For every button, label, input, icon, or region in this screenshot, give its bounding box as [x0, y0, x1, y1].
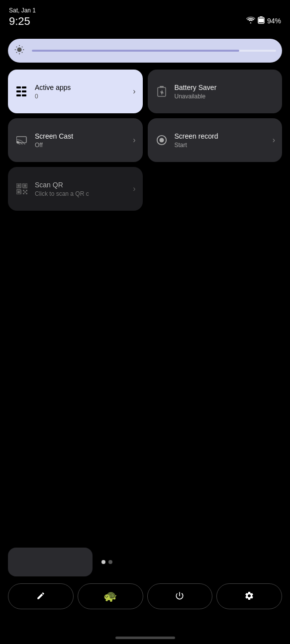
tile-battery-saver[interactable]: Battery Saver Unavailable [148, 70, 283, 113]
svg-rect-7 [16, 94, 21, 96]
screen-record-chevron: › [273, 136, 275, 145]
battery-status-icon [258, 16, 265, 26]
record-icon [155, 133, 169, 147]
status-date: Sat, Jan 1 [9, 7, 36, 14]
widget-card[interactable] [8, 548, 93, 576]
quick-settings-grid: Active apps 0 › Battery Saver Unavailabl… [8, 70, 282, 211]
tile-active-apps[interactable]: Active apps 0 › [8, 70, 143, 113]
svg-rect-4 [16, 90, 21, 92]
svg-rect-24 [24, 191, 26, 193]
svg-rect-15 [17, 184, 20, 187]
brightness-fill [32, 50, 239, 52]
svg-rect-23 [26, 193, 27, 194]
status-right: 94% [246, 16, 281, 26]
svg-rect-3 [16, 86, 21, 88]
tile-screen-record[interactable]: Screen record Start › [148, 118, 283, 162]
screen-cast-subtitle: Off [35, 142, 127, 149]
battery-percentage: 94% [267, 17, 281, 25]
page-indicator [101, 560, 112, 564]
bottom-area: 🐢 [0, 548, 290, 609]
dot-2 [108, 560, 112, 564]
svg-rect-19 [17, 191, 20, 193]
power-button[interactable] [147, 583, 213, 609]
qr-icon [15, 182, 29, 196]
svg-rect-10 [160, 86, 164, 87]
home-indicator[interactable] [115, 637, 175, 639]
svg-rect-22 [23, 193, 24, 194]
status-bar: Sat, Jan 1 9:25 94% [0, 0, 290, 30]
screen-record-subtitle: Start [175, 142, 267, 149]
turtle-icon: 🐢 [103, 590, 117, 603]
settings-icon [244, 591, 254, 602]
scan-qr-text: Scan QR Click to scan a QR c [35, 180, 127, 197]
cast-icon [15, 133, 29, 147]
svg-rect-2 [259, 18, 264, 22]
battery-saver-icon [155, 84, 169, 98]
active-apps-count: 0 [35, 93, 127, 100]
scan-qr-chevron: › [133, 184, 135, 193]
screen-record-title: Screen record [175, 132, 267, 141]
battery-saver-title: Battery Saver [175, 83, 276, 92]
svg-rect-6 [22, 90, 26, 92]
brightness-track[interactable] [32, 50, 276, 52]
svg-rect-20 [23, 190, 24, 191]
status-time: 9:25 [9, 15, 36, 28]
battery-saver-subtitle: Unavailable [175, 93, 276, 100]
svg-rect-21 [26, 190, 27, 191]
scan-qr-title: Scan QR [35, 180, 127, 189]
svg-point-13 [159, 138, 164, 142]
battery-saver-text: Battery Saver Unavailable [175, 83, 276, 100]
active-apps-text: Active apps 0 [35, 83, 127, 100]
tile-screen-cast[interactable]: Screen Cast Off › [8, 118, 143, 162]
active-apps-chevron: › [133, 87, 135, 96]
power-icon [175, 591, 185, 602]
svg-rect-1 [260, 16, 263, 17]
dot-1 [101, 560, 105, 564]
settings-button[interactable] [216, 583, 282, 609]
wifi-icon [246, 16, 255, 25]
active-apps-title: Active apps [35, 83, 127, 92]
bottom-buttons: 🐢 [8, 583, 282, 609]
edit-button[interactable] [8, 583, 74, 609]
screen-cast-text: Screen Cast Off [35, 132, 127, 149]
brightness-slider[interactable] [8, 39, 282, 63]
svg-rect-8 [22, 94, 26, 96]
screen-record-text: Screen record Start [175, 132, 267, 149]
widget-row [8, 548, 282, 576]
status-left: Sat, Jan 1 9:25 [9, 7, 36, 28]
screen-cast-chevron: › [133, 136, 135, 145]
screen-cast-title: Screen Cast [35, 132, 127, 141]
svg-rect-5 [22, 86, 26, 88]
scan-qr-subtitle: Click to scan a QR c [35, 190, 127, 197]
tile-scan-qr[interactable]: Scan QR Click to scan a QR c › [8, 167, 143, 211]
svg-rect-17 [24, 184, 26, 187]
brightness-icon [14, 44, 27, 57]
turtle-button[interactable]: 🐢 [78, 583, 143, 609]
pencil-icon [36, 591, 45, 602]
list-icon [15, 84, 29, 98]
